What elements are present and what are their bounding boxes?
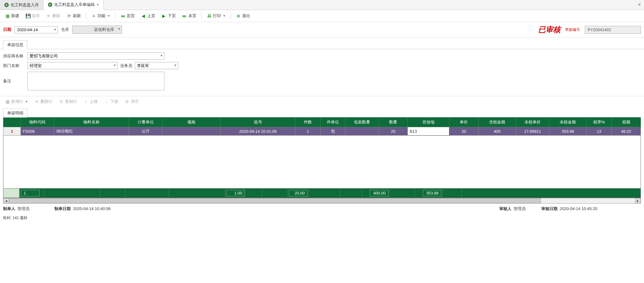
- supplier-label: 供应商名称: [3, 53, 25, 59]
- separator: [115, 13, 115, 19]
- create-date-label: 制单日期: [54, 206, 71, 211]
- prev-icon: ◀: [141, 13, 146, 18]
- grid-header[interactable]: 税额: [612, 118, 641, 127]
- tab-bar: ⊕ 化工料盘盈入库 ⊕ 化工料盘盈入库单编辑 × ×: [0, 0, 644, 10]
- cell-tax-amount[interactable]: 400: [478, 127, 516, 136]
- move-down-button[interactable]: ↓下移: [101, 98, 121, 106]
- info-section-tab[interactable]: 单据信息: [3, 40, 27, 49]
- summary-row: 1 1.00 20.00 400.00 353.98: [3, 189, 641, 198]
- grid-header[interactable]: 包装数量: [345, 118, 378, 127]
- grid-header[interactable]: 物料代码: [21, 118, 54, 127]
- grid-header[interactable]: 含税金额: [478, 118, 516, 127]
- grid-header[interactable]: 税率%: [587, 118, 612, 127]
- next-icon: ▶: [162, 13, 167, 18]
- cell-spec[interactable]: [162, 127, 220, 136]
- chevron-down-icon: ▼: [107, 14, 110, 17]
- cell-price[interactable]: 20: [449, 127, 478, 136]
- grid-header[interactable]: 未税金额: [549, 118, 586, 127]
- close-all-icon[interactable]: ×: [638, 2, 641, 7]
- remark-input[interactable]: [27, 72, 164, 90]
- grid-header[interactable]: 存放地: [408, 118, 449, 127]
- table-row[interactable]: 1 FS006 3B分散红 公斤 2020-04-14 10:41:06 1 包…: [3, 127, 641, 136]
- tab-label: 化工料盘盈入库单编辑: [54, 2, 95, 7]
- cell-tax-rate[interactable]: 13: [587, 127, 612, 136]
- scroll-right-button[interactable]: ►: [635, 198, 641, 203]
- grid-header[interactable]: 数量: [378, 118, 408, 127]
- prev-page-button[interactable]: ◀上页: [139, 12, 158, 20]
- cell-unit[interactable]: 公斤: [129, 127, 162, 136]
- supplier-select[interactable]: [27, 52, 164, 60]
- grid-header[interactable]: 计量单位: [129, 118, 162, 127]
- doc-no-label: 单据编号: [565, 27, 580, 32]
- delete-button[interactable]: ✕删除: [44, 12, 63, 20]
- grid-header[interactable]: 件数: [295, 118, 320, 127]
- print-button[interactable]: 🖶打印▼: [204, 12, 228, 20]
- cell-qty[interactable]: 20: [378, 127, 408, 136]
- grid-header[interactable]: 件单位: [320, 118, 345, 127]
- approved-stamp: 已审核: [538, 25, 561, 35]
- salesman-select[interactable]: [135, 62, 178, 69]
- next-page-button[interactable]: ▶下页: [159, 12, 178, 20]
- scroll-left-button[interactable]: ◄: [3, 198, 9, 203]
- grid-header[interactable]: 单价: [449, 118, 478, 127]
- summary-pcs: 1.00: [226, 190, 245, 196]
- detail-section-tab[interactable]: 单据明细: [3, 108, 27, 118]
- cell-notax-price[interactable]: 17.69911: [516, 127, 549, 136]
- grid-header[interactable]: 未税单价: [516, 118, 549, 127]
- last-page-button[interactable]: ⏭末页: [180, 12, 199, 20]
- last-icon: ⏭: [182, 13, 187, 18]
- approve-date-label: 审核日期: [541, 206, 557, 211]
- summary-notax-amount: 353.98: [423, 190, 441, 196]
- scroll-thumb[interactable]: [9, 198, 541, 203]
- clear-button[interactable]: ⊘清空: [122, 98, 141, 106]
- cell-pack-qty[interactable]: [345, 127, 378, 136]
- cell-notax-amount[interactable]: 353.98: [549, 127, 586, 136]
- cell-pcs-unit[interactable]: 包: [320, 127, 345, 136]
- detail-grid: 物料代码 物料名称 计量单位 规格 批号 件数 件单位 包装数量 数量 存放地 …: [3, 117, 641, 136]
- grid-header[interactable]: 物料名称: [54, 118, 129, 127]
- row-toolbar: ▦新增行▼ ✕删除行 ⎘复制行 ↑上移 ↓下移 ⊘清空: [0, 96, 644, 107]
- refresh-icon: ⟳: [67, 13, 72, 18]
- main-toolbar: ▦新建 💾保存 ✕删除 ⟳刷新 ≡功能▼ ⏮首页 ◀上页 ▶下页 ⏭末页 🖶打印…: [0, 10, 644, 22]
- remark-label: 备注: [3, 78, 25, 84]
- copy-row-button[interactable]: ⎘复制行: [56, 98, 80, 106]
- add-row-button[interactable]: ▦新增行▼: [2, 98, 31, 106]
- move-up-button[interactable]: ↑上移: [81, 98, 100, 106]
- cell-pcs[interactable]: 1: [295, 127, 320, 136]
- cell-location[interactable]: B13: [408, 127, 449, 136]
- tab-chemical-inventory[interactable]: ⊕ 化工料盘盈入库: [0, 0, 44, 10]
- grid-header-rownum[interactable]: [3, 118, 21, 127]
- delete-row-button[interactable]: ✕删除行: [32, 98, 55, 106]
- close-icon[interactable]: ×: [96, 2, 99, 7]
- functions-button[interactable]: ≡功能▼: [89, 12, 113, 20]
- warehouse-select[interactable]: 染化料仓库: [72, 26, 122, 34]
- new-button[interactable]: ▦新建: [2, 12, 22, 20]
- grid-header[interactable]: 批号: [220, 118, 295, 127]
- grid-header[interactable]: 规格: [162, 118, 220, 127]
- chevron-down-icon: ▼: [223, 14, 226, 17]
- refresh-button[interactable]: ⟳刷新: [64, 12, 83, 20]
- dept-label: 部门名称: [3, 63, 25, 69]
- horizontal-scrollbar[interactable]: ◄ ►: [3, 198, 641, 204]
- separator: [201, 13, 202, 19]
- cell-batch[interactable]: 2020-04-14 10:41:06: [220, 127, 295, 136]
- approve-date-value: 2020-04-14 10:45:20: [560, 206, 597, 211]
- create-date-value: 2020-04-14 10:40:56: [73, 206, 110, 211]
- first-page-button[interactable]: ⏮首页: [118, 12, 137, 20]
- date-input[interactable]: [14, 26, 58, 33]
- exit-button[interactable]: ⊗退出: [233, 12, 253, 20]
- down-icon: ↓: [104, 99, 109, 104]
- cell-tax[interactable]: 46.02: [612, 127, 641, 136]
- cell-name[interactable]: 3B分散红: [54, 127, 129, 136]
- add-icon: ▦: [5, 99, 10, 104]
- save-icon: 💾: [26, 13, 31, 18]
- first-icon: ⏮: [120, 13, 125, 18]
- scroll-track[interactable]: [9, 198, 635, 203]
- cell-code[interactable]: FS006: [21, 127, 54, 136]
- tab-chemical-inventory-edit[interactable]: ⊕ 化工料盘盈入库单编辑 ×: [44, 0, 104, 10]
- save-button[interactable]: 💾保存: [23, 12, 42, 20]
- grid-header-row: 物料代码 物料名称 计量单位 规格 批号 件数 件单位 包装数量 数量 存放地 …: [3, 118, 641, 127]
- dept-select[interactable]: [27, 62, 118, 69]
- timing-text: 耗时: 141 毫秒: [0, 214, 644, 222]
- delete-icon: ✕: [46, 13, 51, 18]
